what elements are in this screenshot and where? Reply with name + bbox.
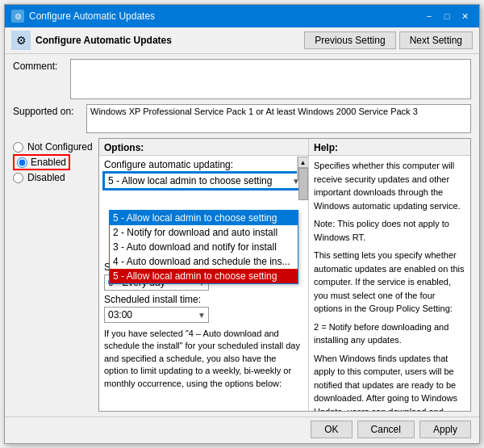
sched-time-label: Scheduled install time: [104,294,303,305]
cancel-button[interactable]: Cancel [357,421,415,438]
dropdown-item-4[interactable]: 4 - Auto download and schedule the ins..… [110,254,298,269]
disabled-label: Disabled [27,172,65,183]
main-window: ⚙ Configure Automatic Updates − □ ✕ ⚙ Co… [4,4,480,444]
scroll-up-btn[interactable]: ▲ [298,157,309,168]
dropdown-item-2[interactable]: 2 - Notify for download and auto install [110,225,298,240]
bottom-bar: OK Cancel Apply [5,417,479,443]
enabled-input[interactable] [17,157,27,168]
maximize-button[interactable]: □ [439,9,455,23]
comment-input[interactable] [70,59,471,99]
config-dropdown[interactable]: 5 - Allow local admin to choose setting … [104,173,303,189]
disabled-input[interactable] [13,173,23,183]
close-button[interactable]: ✕ [457,9,473,23]
header-title: Configure Automatic Updates [35,35,172,46]
enabled-highlight: Enabled [13,154,70,170]
help-p4: 2 = Notify before downloading and instal… [314,320,465,347]
next-setting-button[interactable]: Next Setting [399,31,473,49]
supported-value: Windows XP Professional Service Pack 1 o… [86,104,471,133]
comment-row: Comment: [13,59,471,99]
help-p5: When Windows finds updates that apply to… [314,352,465,412]
title-bar-left: ⚙ Configure Automatic Updates [11,10,155,23]
help-p2: Note: This policy does not apply to Wind… [314,217,465,244]
window-icon: ⚙ [11,10,24,23]
note-text: If you have selected "4 – Auto download … [104,328,303,390]
options-section: Options: Configure automatic updating: 5… [98,138,471,412]
not-configured-label: Not Configured [27,141,93,153]
header-icon: ⚙ [11,31,31,50]
dropdown-item-5a[interactable]: 5 - Allow local admin to choose setting [110,211,298,225]
header-bar: ⚙ Configure Automatic Updates Previous S… [5,27,479,54]
dropdown-open: 5 - Allow local admin to choose setting … [109,210,298,284]
not-configured-radio[interactable]: Not Configured [13,141,94,153]
right-panel: Help: Specifies whether this computer wi… [309,139,470,411]
help-content: Specifies whether this computer will rec… [309,156,470,411]
scroll-thumb[interactable] [298,168,308,200]
help-p3: This setting lets you specify whether au… [314,249,465,316]
prev-setting-button[interactable]: Previous Setting [304,31,395,49]
dropdown-item-3[interactable]: 3 - Auto download and notify for install [110,240,298,254]
config-label: Configure automatic updating: [104,159,303,170]
options-label: Options: [99,139,308,156]
sched-time-dropdown[interactable]: 03:00 [104,307,209,323]
not-configured-input[interactable] [13,142,23,153]
apply-button[interactable]: Apply [419,421,471,438]
time-row: Scheduled install time: 03:00 ▼ [104,294,303,323]
disabled-radio[interactable]: Disabled [13,172,94,183]
left-scrollbar-track: ▲ ▼ [297,157,308,179]
title-bar: ⚙ Configure Automatic Updates − □ ✕ [5,5,479,27]
sched-time-dropdown-wrap: 03:00 ▼ [104,307,209,323]
dropdown-container: 5 - Allow local admin to choose setting … [104,173,303,189]
left-content: Configure automatic updating: 5 - Allow … [99,156,308,411]
comment-label: Comment: [13,59,65,72]
dropdown-item-5b[interactable]: 5 - Allow local admin to choose setting [110,269,298,283]
help-label: Help: [309,139,470,156]
enabled-label: Enabled [31,157,66,168]
supported-label: Supported on: [13,104,81,117]
help-p1: Specifies whether this computer will rec… [314,159,465,212]
title-controls: − □ ✕ [421,9,473,23]
ok-button[interactable]: OK [311,421,352,438]
window-title: Configure Automatic Updates [29,10,155,22]
content-area: Comment: Supported on: Windows XP Profes… [5,54,479,417]
left-scrollbar: ▲ ▼ [297,157,308,411]
enabled-radio[interactable]: Enabled [13,154,94,170]
supported-row: Supported on: Windows XP Professional Se… [13,104,471,133]
radio-group: Not Configured Enabled Disabled [13,138,94,412]
header-buttons: Previous Setting Next Setting [304,31,473,49]
left-panel: Options: Configure automatic updating: 5… [99,139,309,411]
minimize-button[interactable]: − [421,9,437,23]
